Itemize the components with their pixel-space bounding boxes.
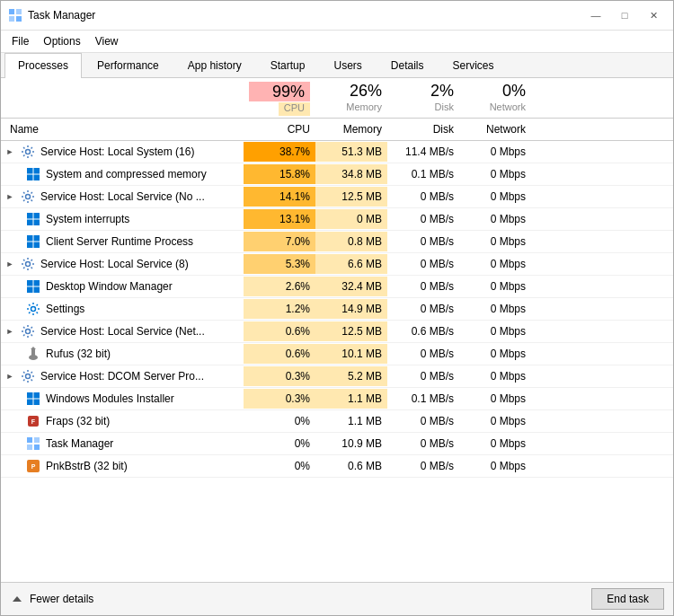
table-row[interactable]: ► Service Host: Local Service (8) 5.3% 6… bbox=[1, 253, 673, 276]
process-network: 0 Mbps bbox=[459, 187, 531, 207]
expand-arrow[interactable]: ► bbox=[4, 259, 15, 269]
svg-rect-15 bbox=[34, 235, 40, 242]
process-name-text: PnkBstrB (32 bit) bbox=[46, 460, 128, 472]
menu-view[interactable]: View bbox=[88, 32, 126, 50]
table-row[interactable]: System and compressed memory 15.8% 34.8 … bbox=[1, 163, 673, 186]
column-headers: Name CPU Memory Disk Network bbox=[1, 119, 673, 141]
net-label: Network bbox=[484, 101, 531, 115]
table-row[interactable]: ► Service Host: DCOM Server Pro... 0.3% … bbox=[1, 365, 673, 388]
process-icon bbox=[26, 436, 40, 451]
process-disk: 0 MB/s bbox=[387, 232, 459, 251]
table-row[interactable]: P PnkBstrB (32 bit) 0% 0.6 MB 0 MB/s 0 M… bbox=[1, 455, 673, 478]
process-name-text: Fraps (32 bit) bbox=[46, 415, 110, 427]
svg-rect-19 bbox=[27, 280, 33, 286]
process-cpu: 0% bbox=[244, 411, 315, 431]
process-network: 0 Mbps bbox=[459, 232, 531, 251]
table-row[interactable]: ► Service Host: Local System (16) 38.7% … bbox=[1, 141, 673, 163]
process-name: ► Service Host: Local Service (Net... bbox=[1, 321, 244, 342]
end-task-button[interactable]: End task bbox=[591, 588, 664, 610]
process-memory: 0.8 MB bbox=[315, 232, 387, 251]
process-name: Client Server Runtime Process bbox=[1, 231, 244, 252]
tab-services[interactable]: Services bbox=[439, 53, 508, 77]
expand-arrow[interactable]: ► bbox=[4, 371, 15, 382]
menu-file[interactable]: File bbox=[4, 32, 36, 50]
process-name-text: Service Host: Local Service (8) bbox=[40, 258, 189, 270]
process-disk: 0 MB/s bbox=[387, 277, 459, 296]
process-name: Windows Modules Installer bbox=[1, 388, 244, 409]
svg-rect-30 bbox=[34, 392, 40, 399]
svg-rect-2 bbox=[9, 16, 14, 22]
svg-rect-37 bbox=[27, 444, 32, 450]
table-row[interactable]: Settings 1.2% 14.9 MB 0 MB/s 0 Mbps bbox=[1, 298, 673, 321]
summary-name-col bbox=[1, 80, 244, 116]
process-memory: 0.6 MB bbox=[315, 456, 387, 476]
svg-rect-1 bbox=[16, 9, 22, 14]
process-icon: P bbox=[26, 459, 40, 473]
process-network: 0 Mbps bbox=[459, 321, 531, 341]
process-table[interactable]: ► Service Host: Local System (16) 38.7% … bbox=[1, 141, 673, 582]
col-header-network[interactable]: Network bbox=[459, 121, 531, 137]
process-name-text: Service Host: Local System (16) bbox=[40, 145, 194, 158]
process-name: ► Service Host: Local System (16) bbox=[1, 141, 244, 163]
table-row[interactable]: ► Service Host: Local Service (No ... 14… bbox=[1, 186, 673, 208]
expand-arrow[interactable]: ► bbox=[4, 191, 15, 202]
svg-rect-21 bbox=[27, 286, 33, 293]
col-header-name[interactable]: Name bbox=[1, 121, 244, 137]
col-header-cpu[interactable]: CPU bbox=[244, 121, 315, 137]
process-network: 0 Mbps bbox=[459, 277, 531, 296]
expand-arrow[interactable]: ► bbox=[4, 326, 15, 337]
process-name-text: Service Host: DCOM Server Pro... bbox=[40, 370, 204, 383]
process-memory: 34.8 MB bbox=[315, 164, 387, 184]
process-name: P PnkBstrB (32 bit) bbox=[1, 455, 244, 477]
table-row[interactable]: Task Manager 0% 10.9 MB 0 MB/s 0 Mbps bbox=[1, 433, 673, 455]
table-row[interactable]: Rufus (32 bit) 0.6% 10.1 MB 0 MB/s 0 Mbp… bbox=[1, 343, 673, 365]
svg-rect-8 bbox=[34, 174, 40, 180]
process-name-text: Task Manager bbox=[46, 437, 113, 450]
minimize-button[interactable]: — bbox=[583, 6, 608, 24]
table-row[interactable]: System interrupts 13.1% 0 MB 0 MB/s 0 Mb… bbox=[1, 208, 673, 231]
process-icon bbox=[26, 234, 40, 249]
menu-options[interactable]: Options bbox=[36, 32, 87, 50]
tab-details[interactable]: Details bbox=[377, 53, 438, 77]
process-name: Settings bbox=[1, 298, 244, 320]
process-memory: 12.5 MB bbox=[315, 187, 387, 207]
svg-rect-29 bbox=[27, 392, 33, 399]
svg-rect-22 bbox=[34, 286, 40, 293]
process-disk: 0 MB/s bbox=[387, 299, 459, 319]
process-disk: 0 MB/s bbox=[387, 411, 459, 431]
tab-performance[interactable]: Performance bbox=[84, 53, 173, 77]
table-row[interactable]: F Fraps (32 bit) 0% 1.1 MB 0 MB/s 0 Mbps bbox=[1, 410, 673, 433]
svg-point-9 bbox=[26, 194, 31, 198]
window-controls: — □ ✕ bbox=[583, 6, 666, 24]
tab-startup[interactable]: Startup bbox=[257, 53, 319, 77]
process-name-text: Rufus (32 bit) bbox=[46, 348, 111, 360]
process-memory: 14.9 MB bbox=[315, 299, 387, 319]
fewer-details-button[interactable]: Fewer details bbox=[10, 592, 93, 606]
tab-app-history[interactable]: App history bbox=[174, 53, 255, 77]
title-bar-left: Task Manager bbox=[8, 8, 95, 22]
close-button[interactable]: ✕ bbox=[641, 6, 666, 24]
process-memory: 5.2 MB bbox=[315, 366, 387, 386]
process-network: 0 Mbps bbox=[459, 344, 531, 364]
tab-users[interactable]: Users bbox=[320, 53, 375, 77]
cpu-percent: 99% bbox=[249, 82, 310, 101]
process-memory: 51.3 MB bbox=[315, 142, 387, 162]
svg-rect-5 bbox=[27, 168, 33, 174]
process-cpu: 0% bbox=[244, 434, 315, 453]
process-icon bbox=[21, 189, 35, 204]
table-row[interactable]: Desktop Window Manager 2.6% 32.4 MB 0 MB… bbox=[1, 276, 673, 298]
tab-processes[interactable]: Processes bbox=[4, 53, 82, 78]
window-title: Task Manager bbox=[28, 9, 95, 22]
process-name-text: System interrupts bbox=[46, 213, 129, 225]
process-network: 0 Mbps bbox=[459, 389, 531, 409]
expand-arrow[interactable]: ► bbox=[4, 146, 15, 157]
col-header-scroll bbox=[531, 121, 549, 137]
col-header-disk[interactable]: Disk bbox=[387, 121, 459, 137]
process-cpu: 14.1% bbox=[244, 187, 315, 207]
table-row[interactable]: Windows Modules Installer 0.3% 1.1 MB 0.… bbox=[1, 388, 673, 410]
table-row[interactable]: ► Service Host: Local Service (Net... 0.… bbox=[1, 321, 673, 343]
col-header-memory[interactable]: Memory bbox=[315, 121, 387, 137]
table-row[interactable]: Client Server Runtime Process 7.0% 0.8 M… bbox=[1, 231, 673, 253]
maximize-button[interactable]: □ bbox=[612, 6, 637, 24]
task-manager-window: Task Manager — □ ✕ File Options View Pro… bbox=[0, 0, 674, 616]
